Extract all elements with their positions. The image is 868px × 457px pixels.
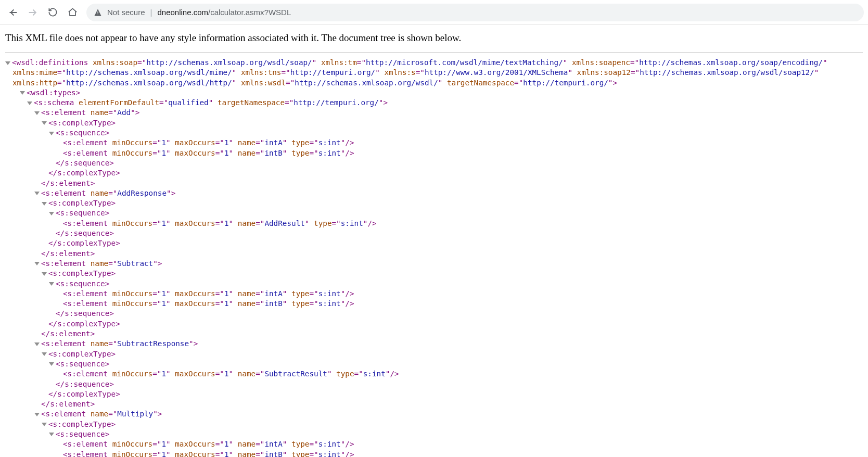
xml-complextype-open: <s:complexType> bbox=[5, 269, 863, 278]
reload-icon bbox=[48, 7, 58, 17]
xml-complextype-close: </s:complexType> bbox=[5, 238, 863, 248]
home-button[interactable] bbox=[63, 4, 81, 21]
collapser-icon[interactable] bbox=[42, 352, 47, 356]
xml-sequence-open: <s:sequence> bbox=[5, 208, 863, 218]
xml-complextype-open: <s:complexType> bbox=[5, 198, 863, 208]
xml-complextype-close: </s:complexType> bbox=[5, 319, 863, 329]
xml-definitions-open: <wsdl:definitions xmlns:soap="http://sch… bbox=[5, 58, 863, 68]
xml-element-open: <s:element name="Multiply"> bbox=[5, 409, 863, 419]
not-secure-icon bbox=[94, 8, 102, 17]
collapser-icon[interactable] bbox=[34, 342, 40, 346]
url-text: dneonline.com/calculator.asmx?WSDL bbox=[157, 8, 291, 17]
xml-element-close: </s:element> bbox=[5, 329, 863, 339]
xml-banner: This XML file does not appear to have an… bbox=[5, 29, 863, 50]
xml-types-open: <wsdl:types> bbox=[5, 88, 863, 98]
xml-complextype-open: <s:complexType> bbox=[5, 118, 863, 128]
xml-element-close: </s:element> bbox=[5, 249, 863, 259]
arrow-left-icon bbox=[8, 7, 18, 18]
collapser-icon[interactable] bbox=[49, 132, 54, 135]
xml-sequence-open: <s:sequence> bbox=[5, 128, 863, 138]
xml-complextype-open: <s:complexType> bbox=[5, 349, 863, 359]
security-label: Not secure bbox=[107, 8, 145, 17]
xml-complextype-open: <s:complexType> bbox=[5, 420, 863, 429]
xml-element-open: <s:element name="Add"> bbox=[5, 108, 863, 118]
collapser-icon[interactable] bbox=[49, 212, 54, 215]
xml-sequence-close: </s:sequence> bbox=[5, 379, 863, 389]
xml-schema-open: <s:schema elementFormDefault="qualified"… bbox=[5, 98, 863, 108]
collapser-icon[interactable] bbox=[34, 111, 40, 115]
collapser-icon[interactable] bbox=[20, 91, 25, 95]
xml-tree: <wsdl:definitions xmlns:soap="http://sch… bbox=[5, 58, 863, 457]
collapser-icon[interactable] bbox=[5, 61, 10, 65]
xml-definitions-open-cont: xmlns:mime="http://schemas.xmlsoap.org/w… bbox=[5, 68, 863, 78]
xml-element-close: </s:element> bbox=[5, 179, 863, 188]
home-icon bbox=[68, 7, 78, 17]
xml-child-element: <s:element minOccurs="1" maxOccurs="1" n… bbox=[5, 219, 863, 228]
address-divider: | bbox=[150, 8, 152, 17]
collapser-icon[interactable] bbox=[34, 413, 40, 416]
collapser-icon[interactable] bbox=[42, 121, 47, 125]
back-button[interactable] bbox=[4, 4, 22, 21]
xml-complextype-close: </s:complexType> bbox=[5, 168, 863, 178]
xml-sequence-close: </s:sequence> bbox=[5, 309, 863, 319]
xml-child-element: <s:element minOccurs="1" maxOccurs="1" n… bbox=[5, 369, 863, 379]
xml-child-element: <s:element minOccurs="1" maxOccurs="1" n… bbox=[5, 148, 863, 158]
address-bar[interactable]: Not secure | dneonline.com/calculator.as… bbox=[86, 4, 864, 21]
collapser-icon[interactable] bbox=[49, 433, 54, 436]
xml-child-element: <s:element minOccurs="1" maxOccurs="1" n… bbox=[5, 450, 863, 457]
xml-element-open: <s:element name="AddResponse"> bbox=[5, 188, 863, 198]
collapser-icon[interactable] bbox=[27, 101, 32, 105]
collapser-icon[interactable] bbox=[49, 362, 54, 366]
forward-button[interactable] bbox=[24, 4, 42, 21]
xml-element-open: <s:element name="Subtract"> bbox=[5, 259, 863, 269]
xml-complextype-close: </s:complexType> bbox=[5, 389, 863, 399]
xml-sequence-close: </s:sequence> bbox=[5, 158, 863, 168]
collapser-icon[interactable] bbox=[34, 192, 40, 195]
xml-child-element: <s:element minOccurs="1" maxOccurs="1" n… bbox=[5, 439, 863, 449]
collapser-icon[interactable] bbox=[49, 282, 54, 286]
xml-sequence-open: <s:sequence> bbox=[5, 359, 863, 369]
xml-element-close: </s:element> bbox=[5, 399, 863, 409]
collapser-icon[interactable] bbox=[42, 272, 47, 276]
xml-sequence-close: </s:sequence> bbox=[5, 228, 863, 238]
xml-sequence-open: <s:sequence> bbox=[5, 279, 863, 289]
collapser-icon[interactable] bbox=[42, 423, 47, 426]
collapser-icon[interactable] bbox=[42, 202, 47, 206]
xml-definitions-open-cont2: xmlns:http="http://schemas.xmlsoap.org/w… bbox=[5, 78, 863, 88]
xml-child-element: <s:element minOccurs="1" maxOccurs="1" n… bbox=[5, 299, 863, 309]
xml-child-element: <s:element minOccurs="1" maxOccurs="1" n… bbox=[5, 289, 863, 299]
collapser-icon[interactable] bbox=[34, 262, 40, 265]
arrow-right-icon bbox=[28, 7, 38, 18]
xml-child-element: <s:element minOccurs="1" maxOccurs="1" n… bbox=[5, 138, 863, 148]
page-content: This XML file does not appear to have an… bbox=[0, 25, 868, 457]
xml-sequence-open: <s:sequence> bbox=[5, 429, 863, 439]
reload-button[interactable] bbox=[44, 4, 61, 21]
separator bbox=[5, 52, 863, 53]
browser-toolbar: Not secure | dneonline.com/calculator.as… bbox=[0, 0, 868, 25]
xml-element-open: <s:element name="SubtractResponse"> bbox=[5, 339, 863, 349]
